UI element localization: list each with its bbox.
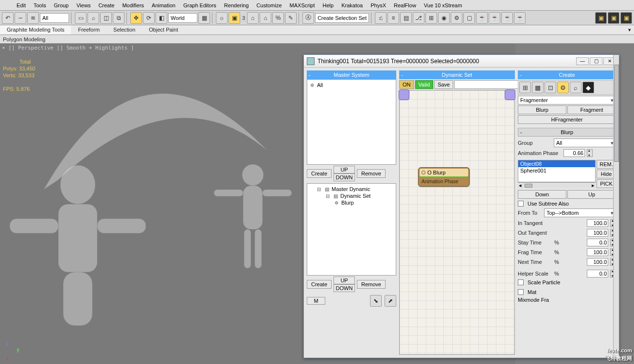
canvas-output-port[interactable] — [505, 89, 515, 100]
pivot-icon[interactable]: ▦ — [198, 12, 210, 24]
next-time-input[interactable] — [587, 258, 608, 266]
menu-rendering[interactable]: Rendering — [220, 1, 253, 10]
snap-toggle-icon[interactable]: ▣ — [229, 12, 240, 24]
up-button[interactable]: UP — [334, 166, 355, 173]
out-tangent-input[interactable] — [587, 229, 608, 237]
scale-particle-checkbox[interactable] — [518, 279, 524, 285]
spinner-snap-icon[interactable]: % — [272, 12, 284, 24]
link-icon[interactable]: ∽ — [15, 12, 26, 24]
canvas-input-port[interactable] — [399, 89, 409, 100]
list-down-button[interactable]: Down — [518, 190, 566, 199]
tree-item-master-dynamic[interactable]: ⊟ ▤ Master Dynamic — [309, 186, 394, 192]
tab-freeform[interactable]: Freeform — [71, 25, 106, 35]
selection-filter-dropdown[interactable]: All — [40, 13, 69, 23]
mat-checkbox[interactable] — [518, 289, 524, 295]
create-button[interactable]: Create — [307, 169, 332, 178]
tab-objectpaint[interactable]: Object Paint — [142, 25, 185, 35]
menu-modifiers[interactable]: Modifiers — [118, 1, 148, 10]
up-button-2[interactable]: UP — [334, 277, 355, 284]
m-button[interactable]: M — [307, 297, 325, 305]
collapse-icon[interactable]: - — [520, 129, 522, 135]
menu-views[interactable]: Views — [72, 1, 94, 10]
menu-help[interactable]: Help — [319, 1, 338, 10]
select-name-icon[interactable]: ⌕ — [88, 12, 99, 24]
teapot3-icon[interactable]: ☕ — [514, 12, 526, 24]
save-button[interactable]: Save — [434, 80, 453, 89]
sd-box3-icon[interactable]: ▣ — [620, 12, 632, 24]
group-dropdown[interactable]: All — [554, 139, 616, 147]
list-scrollbar[interactable]: ◂▸ — [518, 182, 596, 188]
remove-button[interactable]: Remove — [357, 169, 386, 178]
edit-named-sel-icon[interactable]: ✎ — [285, 12, 297, 24]
manip-icon[interactable]: ☼ — [216, 12, 228, 24]
helper-scale-input[interactable] — [587, 270, 608, 277]
render-icon[interactable]: ☕ — [476, 12, 488, 24]
remove-button-2[interactable]: Remove — [357, 280, 386, 289]
groups-tree[interactable]: ✲ All — [307, 79, 396, 165]
record-out-icon[interactable]: ⬈ — [385, 295, 396, 307]
select-icon[interactable]: ▭ — [75, 12, 87, 24]
text-ruler-icon[interactable]: Ⓐ — [302, 12, 314, 24]
stay-time-input[interactable] — [587, 239, 608, 246]
teapot-icon[interactable]: ☕ — [489, 12, 500, 24]
op6-icon[interactable]: ◆ — [582, 82, 594, 93]
frag-time-input[interactable] — [587, 248, 608, 256]
tree-item-all[interactable]: ✲ All — [309, 82, 394, 88]
ribbon-collapse-icon[interactable]: ▾ — [621, 25, 634, 35]
percent-snap-icon[interactable]: ⌂ — [260, 12, 271, 24]
use-subtree-checkbox[interactable] — [518, 201, 524, 207]
menu-maxscript[interactable]: MAXScript — [286, 1, 319, 10]
menu-edit[interactable]: Edit — [13, 1, 30, 10]
op2-icon[interactable]: ▦ — [532, 82, 544, 93]
down-button-2[interactable]: DOWN — [334, 284, 355, 292]
rotate-icon[interactable]: ⟳ — [143, 12, 155, 24]
op5-icon[interactable]: ⌕ — [570, 82, 581, 93]
hfragmenter-button[interactable]: HFragmenter — [518, 115, 616, 124]
blurp-rollout-header[interactable]: - Blurp — [518, 128, 616, 137]
fragment-button[interactable]: Fragment — [567, 105, 616, 114]
selection-set-dropdown[interactable]: Create Selection Set — [315, 13, 369, 23]
axis-gizmo[interactable]: z y x — [3, 342, 22, 361]
fromto-dropdown[interactable]: Top-->Bottom — [544, 208, 616, 217]
move-icon[interactable]: ✥ — [130, 12, 142, 24]
layers-icon[interactable]: ▤ — [400, 12, 412, 24]
sd-box2-icon[interactable]: ▣ — [608, 12, 619, 24]
valid-button[interactable]: Valid — [415, 80, 434, 89]
menu-tools[interactable]: Tools — [30, 1, 50, 10]
menu-customize[interactable]: Customize — [253, 1, 286, 10]
dynamic-set-header[interactable]: - Dynamic Set — [399, 70, 515, 79]
unlink-icon[interactable]: ≋ — [27, 12, 39, 24]
anim-phase-spinner[interactable] — [587, 149, 593, 157]
dynamic-tree[interactable]: ⊟ ▤ Master Dynamic ⊟ ▤ Dynamic Set ✲ Blu… — [307, 183, 396, 276]
menu-krakatoa[interactable]: Krakatoa — [337, 1, 367, 10]
tree-item-blurp[interactable]: ✲ Blurp — [309, 199, 394, 206]
menu-physx[interactable]: PhysX — [367, 1, 390, 10]
list-item[interactable]: Sphere001 — [518, 167, 595, 174]
teapot2-icon[interactable]: ☕ — [501, 12, 513, 24]
coord-system-dropdown[interactable]: World — [168, 13, 197, 23]
angle-snap-icon[interactable]: ⌂ — [247, 12, 259, 24]
menu-realflow[interactable]: RealFlow — [390, 1, 420, 10]
list-up-button[interactable]: Up — [567, 190, 616, 199]
blurp-node[interactable]: O Blurp Animation Phase — [418, 167, 470, 187]
fragmenter-dropdown[interactable]: Fragmenter — [518, 96, 616, 104]
menu-graph-editors[interactable]: Graph Editors — [179, 1, 220, 10]
collapse-icon[interactable]: - — [309, 72, 311, 78]
down-button[interactable]: DOWN — [334, 173, 355, 181]
sd-box1-icon[interactable]: ▣ — [595, 12, 607, 24]
curve-editor-icon[interactable]: ⎇ — [413, 12, 424, 24]
create-button-2[interactable]: Create — [307, 280, 332, 289]
tab-graphite[interactable]: Graphite Modeling Tools — [0, 25, 71, 35]
create-header[interactable]: - Create — [518, 70, 616, 79]
mirror-icon[interactable]: ⎌ — [375, 12, 387, 24]
on-button[interactable]: ON — [399, 80, 414, 89]
window-crossing-icon[interactable]: ⧉ — [113, 12, 124, 24]
node-port-icon[interactable] — [422, 171, 425, 174]
op1-icon[interactable]: ⊞ — [519, 82, 531, 93]
tree-item-dynamic-set[interactable]: ⊟ ▤ Dynamic Set — [309, 192, 394, 199]
op4-icon[interactable]: ⚙ — [557, 82, 569, 93]
select-region-icon[interactable]: ◫ — [100, 12, 112, 24]
anim-phase-input[interactable] — [564, 149, 585, 157]
collapse-icon[interactable]: - — [401, 72, 403, 78]
scale-icon[interactable]: ◧ — [156, 12, 167, 24]
